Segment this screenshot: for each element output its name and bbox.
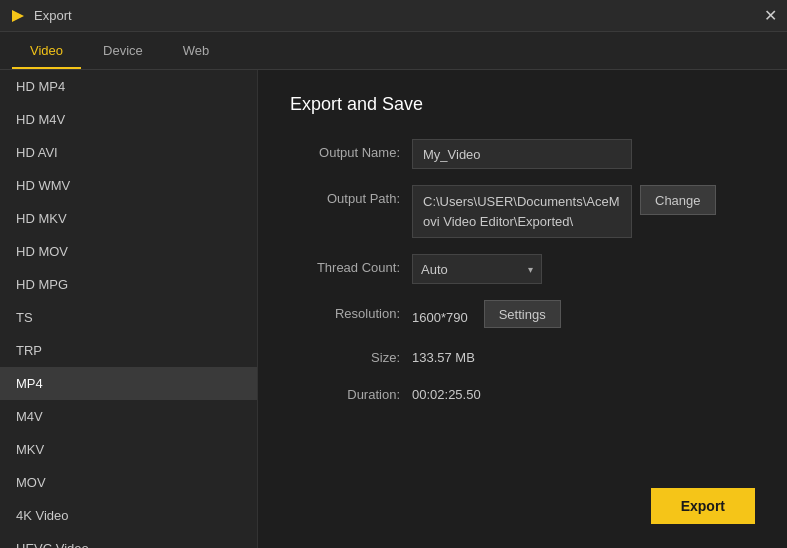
thread-count-row: Thread Count: Auto ▾ [290,254,755,284]
sidebar-item-m4v[interactable]: M4V [0,400,257,433]
form-grid: Output Name: Output Path: C:\Users\USER\… [290,139,755,478]
resolution-label: Resolution: [290,300,400,321]
size-value: 133.57 MB [412,344,475,365]
output-name-input[interactable] [412,139,632,169]
thread-count-value: Auto [421,262,448,277]
tab-web[interactable]: Web [165,33,228,69]
sidebar: HD MP4 HD M4V HD AVI HD WMV HD MKV HD MO… [0,70,258,548]
sidebar-item-hd-mpg[interactable]: HD MPG [0,268,257,301]
app-icon [10,8,26,24]
export-button[interactable]: Export [651,488,755,524]
size-control: 133.57 MB [412,344,755,365]
sidebar-item-mkv[interactable]: MKV [0,433,257,466]
change-button[interactable]: Change [640,185,716,215]
thread-count-dropdown[interactable]: Auto ▾ [412,254,542,284]
output-path-label: Output Path: [290,185,400,206]
output-name-control [412,139,755,169]
output-path-control: C:\Users\USER\Documents\AceMovi Video Ed… [412,185,755,238]
svg-marker-0 [12,10,24,22]
title-bar: Export ✕ [0,0,787,32]
title-bar-title: Export [34,8,72,23]
tabs-bar: Video Device Web [0,32,787,70]
resolution-row: Resolution: 1600*790 Settings [290,300,755,328]
settings-button[interactable]: Settings [484,300,561,328]
title-bar-left: Export [10,8,72,24]
duration-control: 00:02:25.50 [412,381,755,402]
sidebar-item-mov[interactable]: MOV [0,466,257,499]
output-name-label: Output Name: [290,139,400,160]
thread-count-control: Auto ▾ [412,254,755,284]
duration-label: Duration: [290,381,400,402]
size-label: Size: [290,344,400,365]
main-layout: HD MP4 HD M4V HD AVI HD WMV HD MKV HD MO… [0,70,787,548]
content-area: Export and Save Output Name: Output Path… [258,70,787,548]
duration-row: Duration: 00:02:25.50 [290,381,755,402]
sidebar-item-hd-mov[interactable]: HD MOV [0,235,257,268]
sidebar-item-trp[interactable]: TRP [0,334,257,367]
thread-count-label: Thread Count: [290,254,400,275]
sidebar-item-hd-m4v[interactable]: HD M4V [0,103,257,136]
size-row: Size: 133.57 MB [290,344,755,365]
sidebar-item-hd-wmv[interactable]: HD WMV [0,169,257,202]
footer-area: Export [290,478,755,524]
output-path-row: Output Path: C:\Users\USER\Documents\Ace… [290,185,755,238]
resolution-value: 1600*790 [412,304,468,325]
tab-device[interactable]: Device [85,33,161,69]
sidebar-item-hd-mkv[interactable]: HD MKV [0,202,257,235]
tab-video[interactable]: Video [12,33,81,69]
sidebar-item-hd-mp4[interactable]: HD MP4 [0,70,257,103]
output-name-row: Output Name: [290,139,755,169]
duration-value: 00:02:25.50 [412,381,481,402]
sidebar-item-mp4[interactable]: MP4 [0,367,257,400]
dropdown-arrow-icon: ▾ [528,264,533,275]
section-title: Export and Save [290,94,755,115]
output-path-value: C:\Users\USER\Documents\AceMovi Video Ed… [412,185,632,238]
sidebar-item-ts[interactable]: TS [0,301,257,334]
sidebar-item-hd-avi[interactable]: HD AVI [0,136,257,169]
resolution-control: 1600*790 Settings [412,300,755,328]
close-button[interactable]: ✕ [764,8,777,24]
sidebar-item-hevc-video[interactable]: HEVC Video [0,532,257,548]
sidebar-item-4k-video[interactable]: 4K Video [0,499,257,532]
